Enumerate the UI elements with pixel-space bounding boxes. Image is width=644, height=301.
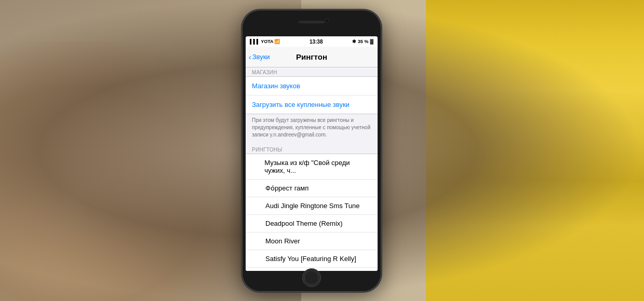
store-section-header: МАГАЗИН: [246, 67, 378, 76]
page-title: Рингтон: [296, 52, 327, 61]
store-link[interactable]: Магазин звуков: [246, 77, 378, 95]
home-button-inner: [304, 270, 319, 285]
nav-bar: ‹ Звуки Рингтон: [246, 47, 378, 67]
ringtone-name-1: Музыка из к/ф "Свой среди чужих, ч...: [264, 159, 371, 174]
ringtone-name-2: Фо́ррест гамп: [265, 184, 308, 192]
wifi-icon: 📶: [274, 39, 280, 44]
signal-bars: ▌▌▌: [250, 39, 260, 44]
ringtone-name-4: Deadpool Theme (Remix): [265, 220, 343, 227]
download-link[interactable]: Загрузить все купленные звуки: [246, 95, 378, 114]
ringtones-list: Музыка из к/ф "Свой среди чужих, ч... Фо…: [246, 154, 378, 271]
content-area: МАГАЗИН Магазин звуков Загрузить все куп…: [246, 67, 378, 271]
status-bar: ▌▌▌ YOTA 📶 13:38 ✱ 35 % ▓: [246, 36, 378, 47]
ringtone-item-2[interactable]: Фо́ррест гамп: [246, 180, 378, 197]
status-left: ▌▌▌ YOTA 📶: [250, 39, 280, 44]
phone-frame: ▌▌▌ YOTA 📶 13:38 ✱ 35 % ▓ ‹ Звуки Рингто…: [242, 9, 382, 292]
phone-screen: ▌▌▌ YOTA 📶 13:38 ✱ 35 % ▓ ‹ Звуки Рингто…: [246, 36, 378, 271]
status-time: 13:38: [310, 39, 323, 45]
ringtone-name-3: Audi Jingle Ringtone Sms Tune: [265, 202, 359, 210]
bluetooth-icon: ✱: [352, 39, 356, 44]
carrier-name: YOTA: [261, 39, 273, 44]
ringtone-item-1[interactable]: Музыка из к/ф "Свой среди чужих, ч...: [246, 154, 378, 180]
ringtone-name-5: Moon River: [265, 237, 300, 245]
ringtone-item-4[interactable]: Deadpool Theme (Remix): [246, 215, 378, 232]
ringtones-section-header: РИНГТОНЫ: [246, 145, 378, 154]
scene: ▌▌▌ YOTA 📶 13:38 ✱ 35 % ▓ ‹ Звуки Рингто…: [0, 0, 644, 301]
ringtone-item-3[interactable]: Audi Jingle Ringtone Sms Tune: [246, 197, 378, 215]
phone-speaker: [299, 21, 325, 23]
ringtone-item-5[interactable]: Moon River: [246, 232, 378, 250]
ringtone-name-6: Satisfy You [Featuring R Kelly]: [265, 255, 356, 263]
battery-percent: 35 %: [358, 39, 369, 44]
back-label: Звуки: [252, 53, 270, 61]
home-button[interactable]: [302, 268, 321, 287]
store-description: При этом будут загружены все рингтоны и …: [246, 114, 378, 143]
battery-icon: ▓: [370, 39, 373, 44]
phone-camera: [325, 19, 329, 23]
back-button[interactable]: ‹ Звуки: [249, 53, 270, 61]
store-section: Магазин звуков Загрузить все купленные з…: [246, 76, 378, 114]
ringtone-item-6[interactable]: Satisfy You [Featuring R Kelly]: [246, 250, 378, 268]
status-right: ✱ 35 % ▓: [352, 39, 373, 44]
chevron-left-icon: ‹: [249, 53, 251, 61]
